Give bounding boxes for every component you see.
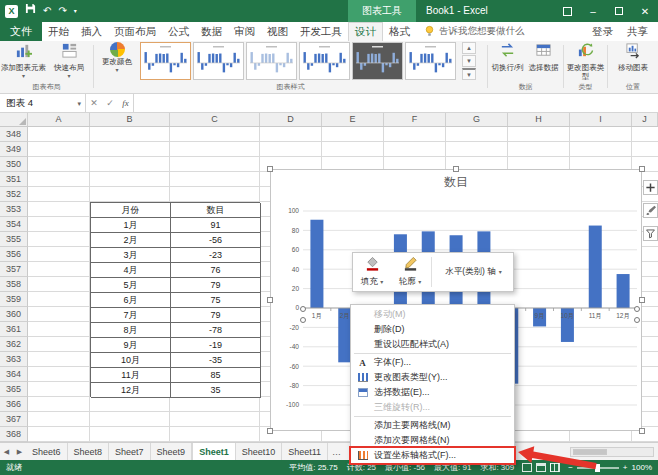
minimize-icon[interactable]: – <box>580 0 606 22</box>
sheet-tab-Sheet8[interactable]: Sheet8 <box>68 443 110 460</box>
menu-item-format-axis[interactable]: 设置坐标轴格式(F)... <box>351 448 514 463</box>
tab-file[interactable]: 文件 <box>0 22 42 41</box>
row-header-356[interactable]: 356 <box>0 247 28 262</box>
row-header-364[interactable]: 364 <box>0 367 28 382</box>
row-header-355[interactable]: 355 <box>0 232 28 247</box>
fill-button[interactable]: 填充 ▾ <box>353 254 391 290</box>
row-header-349[interactable]: 349 <box>0 142 28 157</box>
table-cell[interactable]: 8月 <box>91 323 171 338</box>
chart-title[interactable]: 数目 <box>271 174 641 191</box>
table-cell[interactable]: 11月 <box>91 368 171 383</box>
sheet-tab-Sheet11[interactable]: Sheet11 <box>282 443 328 460</box>
name-box-dropdown-icon[interactable]: ▾ <box>77 101 81 106</box>
chart-style-thumbnail-5[interactable] <box>352 42 403 80</box>
row-header-368[interactable]: 368 <box>0 427 28 442</box>
move-chart-button[interactable]: 移动图表 <box>611 42 655 83</box>
table-cell[interactable]: -23 <box>171 248 261 263</box>
chart-selection-handle[interactable] <box>267 166 273 172</box>
row-header-351[interactable]: 351 <box>0 172 28 187</box>
tab-data[interactable]: 数据 <box>195 22 228 41</box>
sheet-tab-Sheet1[interactable]: Sheet1 <box>192 443 236 460</box>
column-header-I[interactable]: I <box>570 113 632 126</box>
table-header-cell[interactable]: 月份 <box>91 203 171 218</box>
zoom-slider[interactable] <box>577 467 619 469</box>
share-button[interactable]: 共享 <box>627 25 648 39</box>
zoom-out-icon[interactable]: − <box>568 463 573 472</box>
normal-view-icon[interactable] <box>522 463 532 472</box>
column-header-H[interactable]: H <box>508 113 570 126</box>
sheet-tab-Sheet10[interactable]: Sheet10 <box>236 443 283 460</box>
column-header-D[interactable]: D <box>260 113 322 126</box>
row-header-354[interactable]: 354 <box>0 217 28 232</box>
tell-me-box[interactable]: 告诉我您想要做什么 <box>424 22 525 41</box>
table-cell[interactable]: -35 <box>171 353 261 368</box>
chart-style-button[interactable] <box>643 203 658 218</box>
next-sheet-icon[interactable]: ▶ <box>13 443 26 460</box>
sheet-tab-Sheet7[interactable]: Sheet7 <box>109 443 151 460</box>
column-header-E[interactable]: E <box>322 113 384 126</box>
menu-item-font[interactable]: A字体(F)... <box>351 355 514 370</box>
gallery-up-icon[interactable]: ▲ <box>462 42 476 54</box>
table-cell[interactable]: 7月 <box>91 308 171 323</box>
chart-selection-handle[interactable] <box>639 297 645 303</box>
sheet-tab-Sheet6[interactable]: Sheet6 <box>26 443 68 460</box>
outline-button[interactable]: 轮廓 ▾ <box>391 254 429 290</box>
formula-input[interactable] <box>134 94 658 112</box>
gallery-down-icon[interactable]: ▼ <box>462 55 476 67</box>
table-cell[interactable]: 9月 <box>91 338 171 353</box>
chart-style-thumbnail-4[interactable] <box>299 42 350 80</box>
prev-sheet-icon[interactable]: ◀ <box>0 443 13 460</box>
row-header-352[interactable]: 352 <box>0 187 28 202</box>
menu-item-select-data[interactable]: 选择数据(E)... <box>351 385 514 400</box>
save-icon[interactable] <box>25 0 36 22</box>
chart-elements-button[interactable] <box>643 180 658 195</box>
menu-item-change-chart-type[interactable]: 更改图表类型(Y)... <box>351 370 514 385</box>
tab-developer[interactable]: 开发工具 <box>294 22 348 41</box>
tab-page-layout[interactable]: 页面布局 <box>108 22 162 41</box>
column-header-F[interactable]: F <box>384 113 446 126</box>
add-chart-element-button[interactable]: 添加图表元素 ▾ <box>1 42 46 83</box>
tab-design[interactable]: 设计 <box>348 22 383 41</box>
tab-formulas[interactable]: 公式 <box>162 22 195 41</box>
table-cell[interactable]: 1月 <box>91 218 171 233</box>
menu-item-reset-to-match-style[interactable]: 重设以匹配样式(A) <box>351 337 514 352</box>
row-header-357[interactable]: 357 <box>0 262 28 277</box>
table-cell[interactable]: -56 <box>171 233 261 248</box>
qat-customize-icon[interactable]: ▾ <box>74 0 77 22</box>
row-header-360[interactable]: 360 <box>0 307 28 322</box>
row-header-361[interactable]: 361 <box>0 322 28 337</box>
table-cell[interactable]: 3月 <box>91 248 171 263</box>
horizontal-scrollbar[interactable] <box>570 447 654 457</box>
close-icon[interactable]: ✕ <box>632 0 658 22</box>
column-header-B[interactable]: B <box>90 113 170 126</box>
table-cell[interactable]: 5月 <box>91 278 171 293</box>
table-cell[interactable]: -19 <box>171 338 261 353</box>
chart-selection-handle[interactable] <box>639 428 645 434</box>
grid-body[interactable]: 3483493503513523533543553563573583593603… <box>0 127 658 442</box>
row-header-367[interactable]: 367 <box>0 412 28 427</box>
chart-filter-button[interactable] <box>643 226 658 241</box>
chart-selection-handle[interactable] <box>453 166 459 172</box>
table-cell[interactable]: 85 <box>171 368 261 383</box>
table-cell[interactable]: 79 <box>171 278 261 293</box>
table-cell[interactable]: 12月 <box>91 383 171 398</box>
change-chart-type-button[interactable]: 更改图表类型 <box>565 42 606 83</box>
redo-icon[interactable]: ↷ <box>58 0 66 22</box>
switch-row-column-button[interactable]: 切换行/列 <box>490 42 525 83</box>
row-header-358[interactable]: 358 <box>0 277 28 292</box>
tab-view[interactable]: 视图 <box>261 22 294 41</box>
page-layout-view-icon[interactable] <box>536 463 546 472</box>
menu-item-delete[interactable]: 删除(D) <box>351 322 514 337</box>
row-header-365[interactable]: 365 <box>0 382 28 397</box>
maximize-icon[interactable] <box>606 0 632 22</box>
zoom-level[interactable]: 100% <box>632 463 652 472</box>
menu-item-rotation-3d[interactable]: 三维旋转(R)... <box>351 400 514 415</box>
table-header-cell[interactable]: 数目 <box>171 203 261 218</box>
zoom-in-icon[interactable]: + <box>623 463 628 472</box>
table-cell[interactable]: 6月 <box>91 293 171 308</box>
table-cell[interactable]: 10月 <box>91 353 171 368</box>
row-header-348[interactable]: 348 <box>0 127 28 142</box>
chart-style-thumbnail-2[interactable] <box>193 42 244 80</box>
tab-insert[interactable]: 插入 <box>75 22 108 41</box>
insert-function-icon[interactable]: fx <box>122 98 129 108</box>
